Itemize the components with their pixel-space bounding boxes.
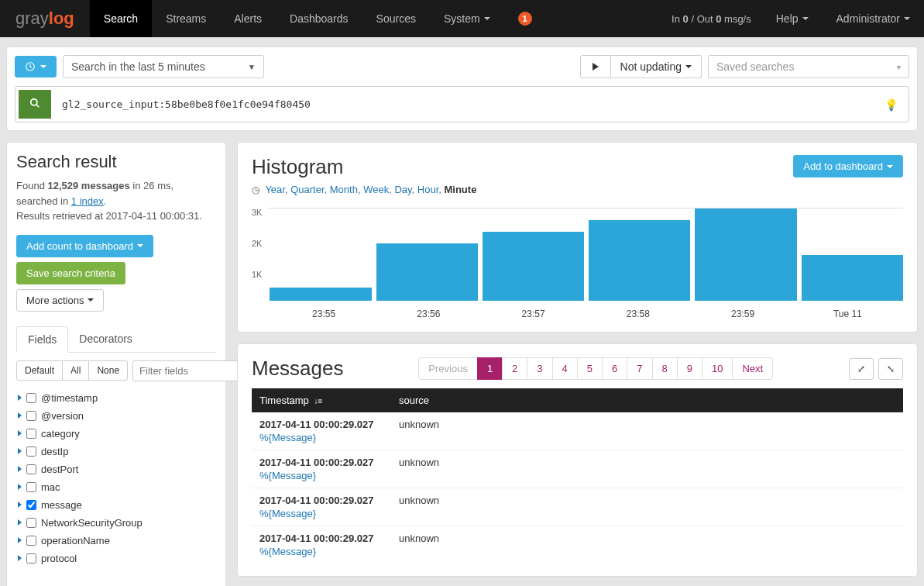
time-range-select[interactable]: Search in the last 5 minutes ▼: [63, 55, 264, 78]
fields-default-button[interactable]: Default: [16, 360, 63, 381]
page-next[interactable]: Next: [732, 357, 773, 380]
page-previous[interactable]: Previous: [418, 357, 478, 380]
message-row[interactable]: 2017-04-11 00:00:29.027unknown: [252, 412, 903, 432]
nav-sources[interactable]: Sources: [362, 0, 430, 37]
msg-source: unknown: [391, 412, 903, 432]
page-6[interactable]: 6: [602, 357, 627, 380]
svg-point-1: [31, 99, 37, 105]
expand-field-icon[interactable]: [18, 537, 22, 543]
chart-bar[interactable]: [695, 209, 796, 301]
field-name: destIp: [41, 446, 68, 457]
fields-none-button[interactable]: None: [89, 360, 128, 381]
field-checkbox[interactable]: [26, 446, 36, 457]
resolution-day[interactable]: Day: [394, 184, 411, 195]
saved-searches-select[interactable]: Saved searches ▾: [708, 55, 909, 78]
message-body-row: %{Message}: [252, 470, 903, 488]
message-row[interactable]: 2017-04-11 00:00:29.027unknown: [252, 488, 903, 508]
field-checkbox[interactable]: [26, 411, 36, 421]
col-timestamp[interactable]: Timestamp ↓≡: [252, 388, 391, 412]
query-input[interactable]: [59, 94, 877, 115]
field-checkbox[interactable]: [26, 518, 36, 528]
resolution-month[interactable]: Month: [330, 184, 358, 195]
tab-fields[interactable]: Fields: [16, 326, 68, 353]
resolution-week[interactable]: Week: [363, 184, 389, 195]
nav-notifications[interactable]: 1: [504, 0, 546, 37]
msg-body: %{Message}: [252, 470, 903, 488]
field-name: message: [41, 499, 82, 511]
chart-bar[interactable]: [270, 288, 371, 301]
chart-bar[interactable]: [589, 220, 690, 301]
nav-administrator[interactable]: Administrator: [823, 0, 924, 37]
field-checkbox[interactable]: [26, 500, 36, 510]
field-name: mac: [41, 481, 60, 493]
expand-field-icon[interactable]: [18, 519, 22, 526]
page-2[interactable]: 2: [502, 357, 527, 380]
histogram-resolution: ◷ Year, Quarter, Month, Week, Day, Hour,…: [252, 184, 476, 195]
expand-field-icon[interactable]: [18, 412, 22, 419]
search-button[interactable]: [19, 90, 51, 119]
msg-source: unknown: [391, 526, 903, 546]
histogram-chart: 3K 2K 1K 23:5523:5623:5723:5823:59Tue 11: [252, 208, 903, 319]
nav-system[interactable]: System: [430, 0, 504, 37]
field-checkbox[interactable]: [26, 429, 36, 439]
nav-search[interactable]: Search: [90, 0, 152, 37]
resolution-minute[interactable]: Minute: [444, 184, 476, 195]
clock-icon: ◷: [252, 184, 259, 195]
add-count-dashboard-button[interactable]: Add count to dashboard: [16, 235, 153, 257]
update-mode-dropdown[interactable]: Not updating: [611, 55, 702, 78]
more-actions-button[interactable]: More actions: [16, 289, 104, 312]
expand-field-icon[interactable]: [18, 430, 22, 436]
page-3[interactable]: 3: [527, 357, 552, 380]
index-link[interactable]: 1 index: [71, 195, 104, 207]
throughput-indicator: In 0 / Out 0 msg/s: [661, 13, 762, 25]
page-7[interactable]: 7: [627, 357, 652, 380]
add-to-dashboard-button[interactable]: Add to dashboard: [793, 155, 903, 178]
logo[interactable]: graylog: [0, 9, 90, 29]
expand-field-icon[interactable]: [18, 484, 22, 490]
messages-panel: Messages Previous12345678910Next ⤢ ⤡ Tim…: [237, 343, 918, 577]
field-checkbox[interactable]: [26, 464, 36, 474]
expand-field-icon[interactable]: [18, 395, 22, 401]
field-checkbox[interactable]: [26, 536, 36, 546]
save-search-criteria-button[interactable]: Save search criteria: [16, 262, 125, 284]
resolution-hour[interactable]: Hour: [417, 184, 438, 195]
chart-bar[interactable]: [802, 255, 903, 302]
fields-list[interactable]: @timestamp @version category destIp dest…: [16, 386, 216, 580]
expand-field-icon[interactable]: [18, 555, 22, 561]
chart-bar[interactable]: [376, 243, 478, 301]
message-row[interactable]: 2017-04-11 00:00:29.027unknown: [252, 526, 903, 546]
clock-icon: [25, 61, 36, 72]
expand-field-icon[interactable]: [18, 502, 22, 508]
page-5[interactable]: 5: [577, 357, 603, 380]
field-checkbox[interactable]: [26, 393, 36, 403]
chart-bar[interactable]: [483, 232, 584, 301]
field-checkbox[interactable]: [26, 553, 36, 564]
play-button[interactable]: [580, 55, 611, 78]
nav-dashboards[interactable]: Dashboards: [276, 0, 362, 37]
resolution-year[interactable]: Year: [265, 184, 285, 195]
field-checkbox[interactable]: [26, 482, 36, 492]
nav-streams[interactable]: Streams: [152, 0, 220, 37]
nav-help[interactable]: Help: [762, 0, 823, 37]
message-row[interactable]: 2017-04-11 00:00:29.027unknown: [252, 450, 903, 471]
expand-field-icon[interactable]: [18, 448, 22, 454]
fields-all-button[interactable]: All: [63, 360, 89, 381]
field-name: protocol: [41, 553, 77, 564]
tab-decorators[interactable]: Decorators: [68, 326, 143, 353]
expand-button[interactable]: ⤢: [849, 358, 874, 380]
page-1[interactable]: 1: [477, 357, 503, 380]
page-10[interactable]: 10: [702, 357, 733, 380]
lightbulb-icon[interactable]: 💡: [884, 98, 898, 111]
resolution-quarter[interactable]: Quarter: [290, 184, 324, 195]
field-name: @timestamp: [41, 392, 98, 404]
time-config-button[interactable]: [15, 56, 57, 78]
chevron-down-icon: [88, 298, 94, 302]
collapse-button[interactable]: ⤡: [878, 358, 903, 380]
field-item: @version: [16, 407, 216, 425]
page-9[interactable]: 9: [677, 357, 702, 380]
expand-field-icon[interactable]: [18, 466, 22, 472]
nav-alerts[interactable]: Alerts: [220, 0, 276, 37]
page-4[interactable]: 4: [552, 357, 578, 380]
page-8[interactable]: 8: [652, 357, 678, 380]
col-source[interactable]: source: [391, 388, 903, 412]
